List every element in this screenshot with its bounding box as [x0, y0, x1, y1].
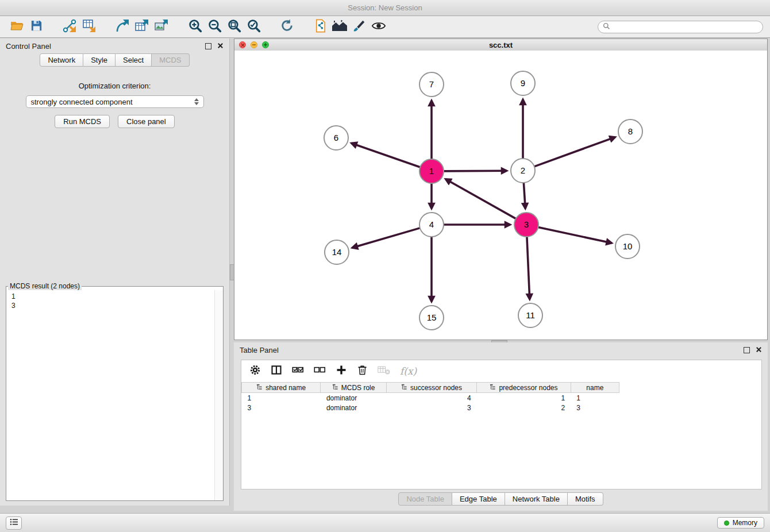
graph-edge-2-8[interactable] — [534, 137, 615, 167]
column-header-name[interactable]: name — [571, 383, 619, 393]
open-network-file-button[interactable] — [310, 18, 330, 36]
table-cell: 1 — [571, 393, 619, 403]
control-panel-tabs: Network Style Select MCDS — [0, 53, 229, 67]
float-panel-icon[interactable] — [205, 43, 211, 49]
close-window-icon[interactable] — [239, 41, 246, 48]
mcds-result-line: 1 — [11, 292, 218, 301]
open-session-button[interactable] — [7, 18, 26, 36]
eye-icon — [371, 20, 386, 34]
graph-node-label: 15 — [427, 313, 437, 322]
tab-style[interactable]: Style — [83, 53, 116, 67]
run-mcds-button[interactable]: Run MCDS — [55, 115, 110, 128]
tab-select[interactable]: Select — [116, 53, 152, 67]
deselect-all-icon[interactable] — [314, 365, 326, 377]
search-icon — [603, 22, 610, 32]
graph-edge-3-10[interactable] — [538, 227, 612, 243]
zoom-in-button[interactable] — [185, 18, 205, 36]
add-column-icon[interactable] — [336, 364, 347, 378]
graph-node-label: 14 — [332, 247, 342, 257]
column-header-predecessor-nodes[interactable]: predecessor nodes — [477, 383, 571, 393]
node-table-container: f(x) shared name MCDS role successor nod… — [241, 360, 762, 489]
save-icon — [30, 19, 43, 34]
column-label: successor nodes — [410, 384, 462, 392]
network-canvas[interactable]: 7968124314101511 — [234, 51, 767, 340]
tab-mcds[interactable]: MCDS — [152, 53, 189, 67]
zoom-out-button[interactable] — [205, 18, 224, 36]
float-panel-icon[interactable] — [744, 347, 750, 353]
window-title: Session: New Session — [348, 3, 422, 12]
select-all-icon[interactable] — [292, 365, 304, 377]
search-box[interactable] — [598, 21, 763, 33]
control-panel: Control Panel Network Style Select MCDS … — [0, 38, 230, 506]
zoom-out-icon — [207, 18, 222, 35]
optimization-criterion-select[interactable]: strongly connected component — [26, 95, 204, 108]
graph-edge-1-2[interactable] — [444, 171, 507, 171]
tab-motifs[interactable]: Motifs — [568, 492, 603, 506]
optimization-criterion-label: Optimization criterion: — [0, 82, 229, 90]
graph-edge-3-11[interactable] — [527, 237, 530, 299]
function-builder-fx-button: f(x) — [400, 365, 417, 377]
delete-column-icon[interactable] — [357, 364, 368, 378]
zoom-selected-button[interactable] — [244, 18, 263, 36]
export-table-button[interactable] — [132, 18, 152, 36]
zoom-in-icon — [188, 18, 202, 35]
minimize-window-icon[interactable] — [251, 41, 257, 48]
table-settings-gear-icon[interactable] — [249, 364, 261, 378]
graph-node-label: 3 — [524, 219, 529, 229]
home-button[interactable] — [330, 18, 349, 36]
maximize-window-icon[interactable] — [262, 41, 269, 48]
table-panel-header: Table Panel — [234, 342, 768, 357]
memory-label: Memory — [733, 519, 757, 527]
table-row[interactable]: 1dominator411 — [242, 393, 619, 403]
save-session-button[interactable] — [26, 18, 46, 36]
control-panel-header: Control Panel — [0, 38, 229, 53]
refresh-button[interactable] — [277, 18, 297, 36]
column-label: MCDS role — [341, 384, 375, 392]
graph-node-label: 10 — [623, 241, 633, 251]
column-label: shared name — [265, 384, 306, 392]
network-window-title: scc.txt — [489, 41, 513, 49]
tab-network-table[interactable]: Network Table — [505, 492, 568, 506]
column-label: name — [586, 384, 603, 392]
window-controls — [239, 41, 269, 48]
graph-node-label: 2 — [521, 165, 525, 175]
sort-icon — [490, 384, 496, 392]
result-scrollbar[interactable] — [214, 290, 223, 500]
graph-edge-4-14[interactable] — [352, 228, 420, 248]
column-header-shared-name[interactable]: shared name — [242, 383, 321, 393]
close-panel-button[interactable]: Close panel — [118, 115, 175, 128]
network-window-titlebar[interactable]: scc.txt — [234, 39, 767, 51]
graph-node-label: 6 — [334, 133, 338, 142]
close-panel-icon[interactable] — [217, 42, 224, 51]
column-header-mcds-role[interactable]: MCDS role — [321, 383, 386, 393]
sort-icon — [401, 384, 407, 392]
tab-edge-table[interactable]: Edge Table — [452, 492, 505, 506]
mcds-result-line: 3 — [11, 301, 218, 310]
table-row[interactable]: 3dominator323 — [242, 403, 619, 413]
task-history-button[interactable] — [6, 516, 22, 530]
tab-network[interactable]: Network — [40, 53, 83, 67]
tab-node-table[interactable]: Node Table — [398, 492, 452, 506]
graph-edge-1-6[interactable] — [351, 143, 420, 167]
show-columns-icon[interactable] — [271, 364, 282, 378]
memory-button[interactable]: Memory — [717, 517, 764, 529]
graph-edge-3-1[interactable] — [445, 179, 515, 219]
close-panel-icon[interactable] — [756, 346, 762, 354]
style-paint-button[interactable] — [349, 18, 369, 36]
graph-edge-2-3[interactable] — [523, 183, 525, 209]
list-icon — [10, 518, 18, 528]
main-toolbar — [0, 16, 770, 38]
column-header-successor-nodes[interactable]: successor nodes — [386, 383, 476, 393]
show-hide-panels-button[interactable] — [369, 18, 388, 36]
graph-node-label: 9 — [521, 78, 525, 88]
dropdown-stepper-icon — [194, 98, 199, 105]
zoom-fit-button[interactable] — [224, 18, 244, 36]
export-network-button[interactable] — [113, 18, 132, 36]
import-network-button[interactable] — [60, 18, 79, 36]
import-table-button[interactable] — [79, 18, 99, 36]
search-input[interactable] — [614, 22, 758, 32]
network-canvas-svg: 7968124314101511 — [234, 51, 767, 340]
mcds-result-title: MCDS result (2 nodes) — [8, 282, 82, 290]
table-cell: 3 — [386, 403, 476, 413]
export-image-button[interactable] — [152, 18, 171, 36]
